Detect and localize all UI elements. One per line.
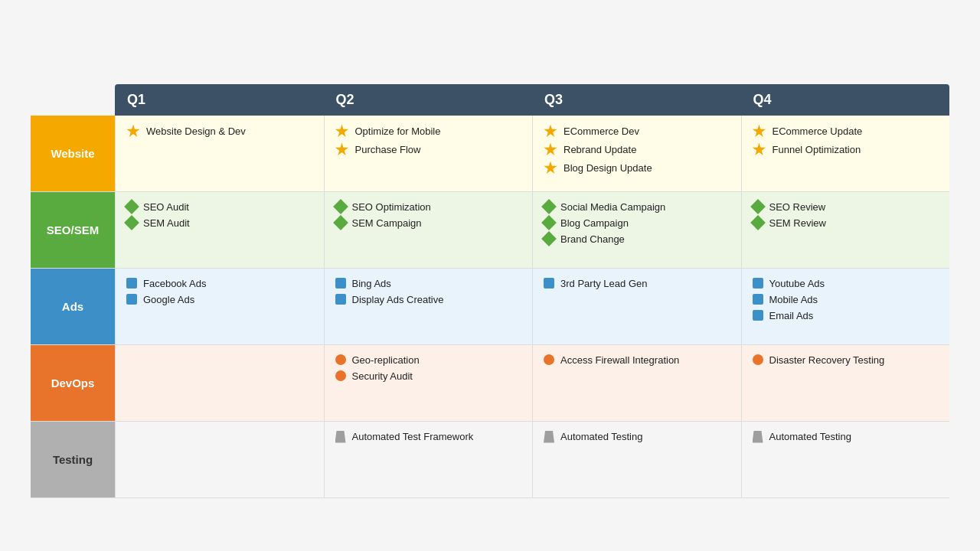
task-item: SEO Optimization [335, 201, 522, 213]
task-label: Brand Change [560, 233, 625, 245]
devops-q3-cell: Access Firewall Integration [532, 345, 741, 421]
seo-q4-cell: SEO ReviewSEM Review [741, 192, 950, 268]
task-label: ECommerce Dev [564, 126, 639, 137]
ads-q3-cell: 3rd Party Lead Gen [532, 269, 741, 344]
diamond-icon [333, 199, 348, 214]
task-label: Website Design & Dev [146, 126, 246, 137]
task-label: Display Ads Creative [352, 294, 444, 305]
roadmap-grid: WebsiteWebsite Design & DevOptimize for … [31, 116, 949, 498]
square-icon [753, 310, 763, 321]
task-label: Rebrand Update [564, 144, 636, 155]
circle-icon [335, 370, 346, 381]
task-item: Rebrand Update [544, 143, 730, 157]
ads-q2-cell: Bing AdsDisplay Ads Creative [324, 269, 533, 344]
task-item: Facebook Ads [126, 278, 313, 289]
square-icon [753, 294, 763, 305]
task-label: Mobile Ads [769, 294, 818, 305]
diamond-icon [333, 215, 348, 230]
diamond-icon [541, 199, 557, 214]
task-item: 3rd Party Lead Gen [544, 278, 730, 289]
task-item: Disaster Recovery Testing [753, 354, 939, 366]
task-item: Funnel Optimization [753, 143, 939, 157]
task-item: Automated Testing [753, 431, 939, 443]
task-item: SEM Campaign [335, 217, 522, 229]
task-label: Purchase Flow [355, 144, 421, 155]
devops-q1-cell [115, 345, 324, 421]
task-item: Automated Test Framework [335, 431, 522, 443]
seo-q2-cell: SEO OptimizationSEM Campaign [324, 192, 533, 268]
task-item: ECommerce Update [753, 125, 939, 139]
diamond-icon [124, 215, 139, 230]
square-icon [753, 278, 763, 289]
roadmap-container: Q1 Q2 Q3 Q4 WebsiteWebsite Design & DevO… [31, 84, 949, 498]
task-item: Automated Testing [544, 431, 730, 443]
q2-header: Q2 [324, 84, 533, 116]
task-label: SEM Review [769, 217, 826, 229]
task-label: SEO Audit [143, 201, 189, 213]
task-label: Email Ads [769, 310, 814, 321]
diamond-icon [750, 215, 766, 230]
seo-q1-cell: SEO AuditSEM Audit [115, 192, 324, 268]
square-icon [126, 278, 137, 289]
task-item: SEO Audit [126, 201, 313, 213]
circle-icon [544, 354, 554, 365]
quarter-header: Q1 Q2 Q3 Q4 [115, 84, 949, 116]
task-label: SEO Review [769, 201, 826, 213]
testing-q2-cell: Automated Test Framework [324, 422, 533, 497]
task-item: SEM Review [753, 217, 939, 229]
burst-icon [126, 125, 140, 139]
ads-q4-cell: Youtube AdsMobile AdsEmail Ads [741, 269, 950, 344]
barrel-icon [335, 431, 346, 443]
burst-icon [544, 125, 557, 139]
task-label: Blog Design Update [564, 162, 652, 174]
devops-label: DevOps [31, 345, 115, 421]
task-label: Bing Ads [352, 278, 391, 289]
burst-icon [335, 125, 349, 139]
task-item: Bing Ads [335, 278, 522, 289]
website-q2-cell: Optimize for MobilePurchase Flow [324, 116, 533, 191]
testing-label: Testing [31, 422, 115, 497]
row-devops: DevOpsGeo-replicationSecurity AuditAcces… [31, 345, 949, 422]
circle-icon [335, 354, 346, 365]
task-label: Automated Testing [560, 431, 642, 442]
task-label: Youtube Ads [769, 278, 825, 289]
task-label: Optimize for Mobile [355, 126, 441, 137]
q1-header: Q1 [115, 84, 324, 116]
testing-q1-cell [115, 422, 324, 497]
task-label: Automated Test Framework [352, 431, 474, 442]
devops-q2-cell: Geo-replicationSecurity Audit [324, 345, 533, 421]
task-item: Google Ads [126, 294, 313, 305]
task-label: ECommerce Update [773, 126, 863, 137]
barrel-icon [753, 431, 763, 443]
burst-icon [544, 161, 557, 175]
task-item: Blog Design Update [544, 161, 730, 175]
task-label: SEO Optimization [352, 201, 431, 213]
diamond-icon [124, 199, 139, 214]
task-item: SEO Review [753, 201, 939, 213]
burst-icon [753, 143, 766, 157]
ads-label: Ads [31, 269, 115, 344]
task-label: SEM Campaign [352, 217, 422, 229]
task-item: Mobile Ads [753, 294, 939, 305]
row-seo: SEO/SEMSEO AuditSEM AuditSEO Optimizatio… [31, 192, 949, 269]
diamond-icon [541, 231, 557, 246]
website-q3-cell: ECommerce DevRebrand UpdateBlog Design U… [532, 116, 741, 191]
task-item: Optimize for Mobile [335, 125, 522, 139]
burst-icon [753, 125, 766, 139]
burst-icon [544, 143, 557, 157]
square-icon [335, 294, 346, 305]
testing-q3-cell: Automated Testing [532, 422, 741, 497]
testing-q4-cell: Automated Testing [741, 422, 950, 497]
task-label: Facebook Ads [143, 278, 206, 289]
website-q1-cell: Website Design & Dev [115, 116, 324, 191]
task-label: Google Ads [143, 294, 194, 305]
row-website: WebsiteWebsite Design & DevOptimize for … [31, 116, 949, 192]
q3-header: Q3 [532, 84, 741, 116]
task-label: Access Firewall Integration [560, 354, 679, 366]
task-label: Funnel Optimization [773, 144, 861, 155]
task-item: ECommerce Dev [544, 125, 730, 139]
row-testing: TestingAutomated Test FrameworkAutomated… [31, 422, 949, 498]
square-icon [335, 278, 346, 289]
task-item: Security Audit [335, 370, 522, 382]
task-item: Blog Campaign [544, 217, 730, 229]
